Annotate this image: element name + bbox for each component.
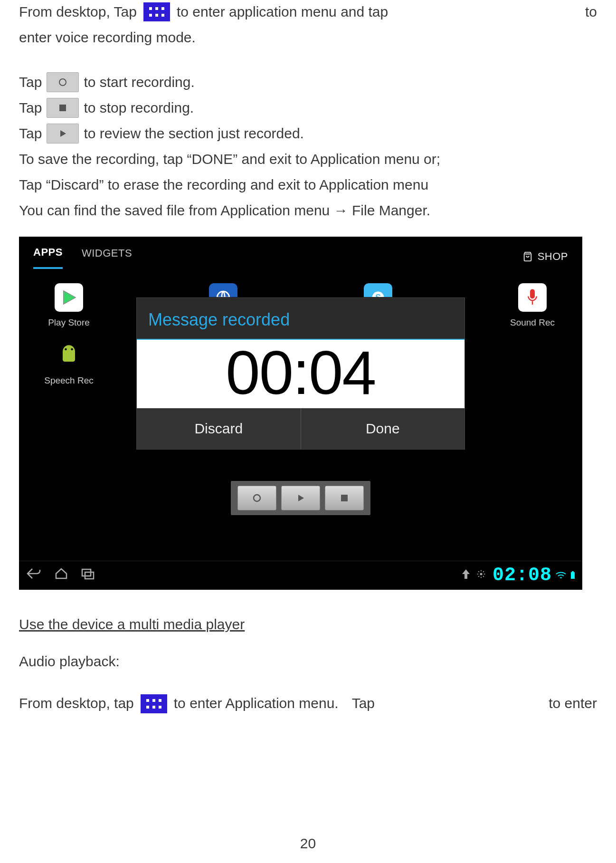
android-navbar: 02:08	[19, 561, 582, 590]
svg-rect-28	[141, 694, 167, 713]
stop-button[interactable]	[325, 486, 364, 510]
line-discard: Tap “Discard” to erase the recording and…	[19, 173, 597, 197]
svg-rect-3	[161, 7, 164, 10]
svg-rect-0	[143, 2, 170, 21]
app-label: Speech Rec	[44, 374, 94, 387]
nav-back-icon[interactable]	[26, 565, 42, 587]
svg-rect-34	[159, 706, 161, 709]
line-stop-recording: Tap to stop recording.	[19, 96, 597, 120]
svg-rect-31	[159, 699, 161, 702]
svg-rect-8	[59, 105, 66, 111]
battery-icon	[570, 571, 576, 580]
discard-button[interactable]: Discard	[137, 408, 301, 450]
android-icon	[55, 341, 83, 370]
shop-label: SHOP	[538, 249, 568, 265]
paragraph-1-line-1: From desktop, Tap to enter application m…	[19, 0, 597, 24]
apps-menu-icon	[143, 2, 170, 21]
play-store-icon	[55, 283, 83, 312]
app-sound-recorder[interactable]: Sound Rec	[502, 283, 563, 329]
mic-icon	[518, 283, 547, 312]
text: Tap	[19, 71, 42, 94]
svg-marker-20	[298, 495, 304, 501]
text: Audio playback:	[19, 651, 120, 673]
clock-text: 02:08	[493, 561, 552, 590]
wifi-icon	[556, 571, 566, 580]
svg-rect-32	[146, 706, 149, 709]
svg-marker-9	[60, 130, 66, 137]
line-find-file: You can find the saved file from Applica…	[19, 199, 597, 222]
android-screenshot: APPS WIDGETS SHOP Play Store	[19, 237, 582, 590]
dialog-timer: 00:04	[137, 340, 464, 408]
svg-point-25	[480, 573, 482, 575]
paragraph-last: From desktop, tap to enter Application m…	[19, 692, 597, 716]
svg-rect-15	[530, 289, 535, 299]
tab-widgets[interactable]: WIDGETS	[82, 245, 132, 268]
svg-rect-1	[149, 7, 152, 10]
subheading-audio: Audio playback:	[19, 650, 597, 674]
text: Tap “Discard” to erase the recording and…	[19, 174, 428, 196]
apps-menu-icon	[141, 694, 167, 713]
svg-rect-4	[149, 14, 152, 17]
text: to enter	[549, 692, 597, 715]
svg-rect-29	[146, 699, 149, 702]
svg-rect-6	[161, 14, 164, 17]
text: to review the section just recorded.	[84, 123, 304, 145]
text: to enter application menu and tap	[177, 1, 388, 23]
dialog-title: Message recorded	[137, 298, 464, 340]
play-button[interactable]	[281, 486, 320, 510]
record-button-icon	[47, 72, 79, 92]
svg-rect-16	[532, 301, 533, 305]
text: to stop recording.	[84, 97, 194, 119]
text: enter voice recording mode.	[19, 27, 196, 49]
heading-text: Use the device a multi media player	[19, 616, 245, 632]
svg-point-19	[254, 495, 260, 501]
svg-rect-33	[152, 706, 155, 709]
shop-icon	[522, 251, 533, 262]
app-speech-recorder[interactable]: Speech Rec	[38, 341, 100, 387]
svg-rect-27	[572, 571, 574, 572]
text: From desktop, Tap	[19, 1, 137, 23]
heading-media-player: Use the device a multi media player	[19, 614, 597, 636]
status-arrow-icon	[462, 567, 470, 584]
line-start-recording: Tap to start recording.	[19, 70, 597, 94]
text: Tap	[352, 692, 375, 715]
svg-point-18	[71, 348, 73, 350]
svg-point-7	[59, 79, 66, 86]
svg-rect-2	[155, 7, 158, 10]
nav-home-icon[interactable]	[54, 565, 68, 587]
text: to enter Application menu.	[174, 692, 339, 715]
navbar-clock: 02:08	[493, 561, 576, 590]
app-label: Play Store	[48, 316, 90, 329]
app-label: Sound Rec	[510, 316, 555, 329]
paragraph-1-line-2: enter voice recording mode.	[19, 26, 597, 49]
tab-shop[interactable]: SHOP	[522, 249, 568, 265]
text: To save the recording, tap “DONE” and ex…	[19, 148, 440, 171]
svg-rect-21	[341, 495, 348, 501]
page-number: 20	[0, 833, 616, 855]
play-button-icon	[47, 124, 79, 144]
status-settings-icon	[476, 567, 486, 584]
tab-apps[interactable]: APPS	[33, 244, 63, 269]
svg-marker-24	[462, 569, 470, 579]
message-recorded-dialog: Message recorded 00:04 Discard Done	[136, 297, 465, 450]
android-tabs: APPS WIDGETS SHOP	[19, 237, 582, 269]
text: You can find the saved file from Applica…	[19, 200, 430, 222]
recorder-controls	[231, 481, 370, 515]
text: to	[585, 1, 597, 23]
text: Tap	[19, 123, 42, 145]
app-play-store[interactable]: Play Store	[38, 283, 100, 329]
line-save: To save the recording, tap “DONE” and ex…	[19, 147, 597, 171]
line-review-recording: Tap to review the section just recorded.	[19, 122, 597, 145]
text: Tap	[19, 97, 42, 119]
stop-button-icon	[47, 98, 79, 118]
svg-rect-5	[155, 14, 158, 17]
svg-marker-10	[64, 291, 76, 304]
svg-rect-26	[571, 572, 575, 579]
nav-recent-icon[interactable]	[81, 565, 95, 587]
svg-point-17	[65, 348, 66, 350]
record-button[interactable]	[237, 486, 276, 510]
svg-rect-30	[152, 699, 155, 702]
done-button[interactable]: Done	[301, 408, 465, 450]
text: From desktop, tap	[19, 692, 134, 715]
text: to start recording.	[84, 71, 194, 94]
